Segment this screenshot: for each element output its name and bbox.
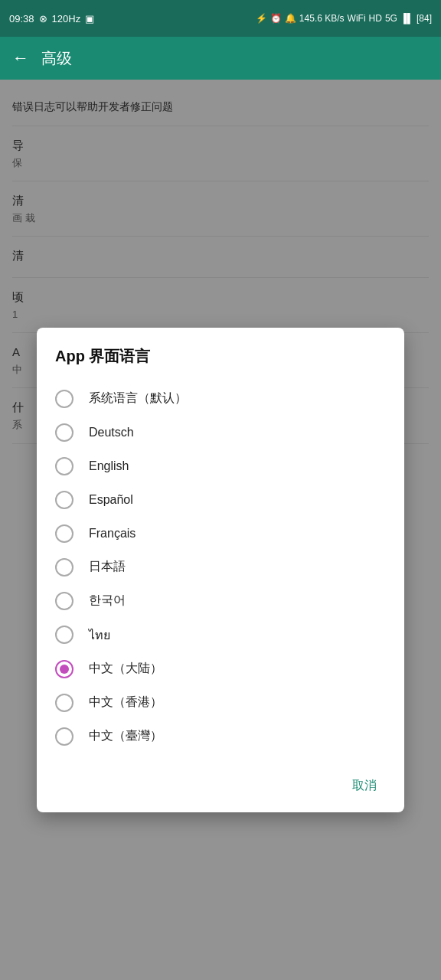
radio-option-zh-hk[interactable]: 中文（香港） — [55, 686, 386, 720]
hz-display: 120Hz — [52, 13, 81, 24]
radio-label-japanese: 日本語 — [89, 559, 126, 575]
radio-circle-system — [55, 390, 74, 408]
radio-option-english[interactable]: English — [55, 449, 386, 483]
radio-option-deutsch[interactable]: Deutsch — [55, 416, 386, 449]
page-title: 高级 — [41, 48, 72, 69]
network-type: 5G — [385, 13, 397, 24]
battery-display: [84] — [416, 13, 432, 24]
radio-label-zh-tw: 中文（臺灣） — [89, 728, 162, 744]
dialog-title: App 界面语言 — [55, 346, 386, 367]
status-left: 09:38 ⊗ 120Hz ▣ — [9, 13, 94, 24]
language-dialog: App 界面语言 系统语言（默认）DeutschEnglishEspañolFr… — [37, 328, 404, 812]
time-display: 09:38 — [9, 13, 34, 24]
radio-circle-espanol — [55, 491, 74, 509]
radio-circle-zh-hk — [55, 694, 74, 712]
radio-option-espanol[interactable]: Español — [55, 483, 386, 517]
radio-circle-deutsch — [55, 423, 74, 442]
hd-icon: HD — [369, 13, 382, 24]
dialog-actions: 取消 — [55, 766, 386, 800]
signal-bars: ▐▌ — [400, 13, 413, 24]
alarm-icon: ⏰ — [270, 13, 282, 24]
signal-icon: ⊗ — [39, 13, 47, 24]
radio-label-system: 系统语言（默认） — [89, 390, 187, 407]
radio-option-zh-tw[interactable]: 中文（臺灣） — [55, 720, 386, 753]
radio-option-thai[interactable]: ไทย — [55, 618, 386, 652]
radio-label-korean: 한국어 — [89, 593, 126, 609]
modal-overlay: App 界面语言 系统语言（默认）DeutschEnglishEspañolFr… — [0, 80, 441, 980]
radio-option-zh-cn[interactable]: 中文（大陆） — [55, 652, 386, 686]
radio-option-francais[interactable]: Français — [55, 517, 386, 550]
speed-display: 145.6 KB/s — [299, 13, 345, 24]
radio-label-english: English — [89, 459, 129, 473]
status-bar: 09:38 ⊗ 120Hz ▣ ⚡ ⏰ 🔔 145.6 KB/s WiFi HD… — [0, 0, 441, 37]
radio-option-japanese[interactable]: 日本語 — [55, 550, 386, 584]
radio-circle-korean — [55, 592, 74, 610]
radio-label-deutsch: Deutsch — [89, 426, 134, 439]
radio-label-espanol: Español — [89, 493, 133, 507]
wifi-icon: WiFi — [348, 13, 366, 24]
radio-option-system[interactable]: 系统语言（默认） — [55, 382, 386, 416]
app-bar: ← 高级 — [0, 37, 441, 80]
radio-label-francais: Français — [89, 527, 136, 541]
radio-circle-japanese — [55, 558, 74, 577]
radio-circle-zh-tw — [55, 727, 74, 746]
radio-label-thai: ไทย — [89, 626, 110, 645]
back-button[interactable]: ← — [12, 48, 29, 68]
bluetooth-icon: ⚡ — [256, 13, 267, 24]
radio-label-zh-cn: 中文（大陆） — [89, 661, 162, 677]
notification-icon: 🔔 — [285, 13, 296, 24]
screenshot-icon: ▣ — [85, 13, 94, 24]
radio-circle-english — [55, 457, 74, 475]
radio-label-zh-hk: 中文（香港） — [89, 694, 162, 710]
radio-circle-francais — [55, 524, 74, 543]
status-right: ⚡ ⏰ 🔔 145.6 KB/s WiFi HD 5G ▐▌ [84] — [256, 13, 432, 24]
radio-circle-thai — [55, 626, 74, 644]
language-options: 系统语言（默认）DeutschEnglishEspañolFrançais日本語… — [55, 382, 386, 753]
radio-circle-zh-cn — [55, 660, 74, 678]
radio-option-korean[interactable]: 한국어 — [55, 584, 386, 618]
background-content: 错误日志可以帮助开发者修正问题 导 保 清 画 栽 清 顷 1 A 中 什 系 … — [0, 80, 441, 980]
cancel-button[interactable]: 取消 — [343, 772, 386, 800]
